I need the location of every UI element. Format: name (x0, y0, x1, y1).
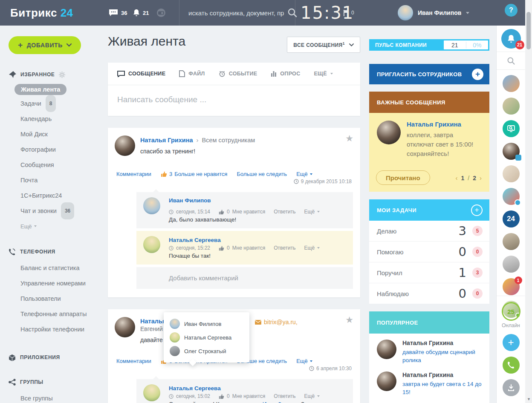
contact-avatar[interactable] (503, 233, 520, 250)
notifications-button[interactable]: 21 (501, 29, 521, 49)
sidebar-item-1c-bitrix24[interactable]: 1С+Битрикс24 (0, 188, 102, 203)
more-link[interactable]: Ещё (296, 358, 312, 364)
sidebar-item-users[interactable]: Пользователи (0, 291, 102, 306)
sidebar-item-live-feed[interactable]: Живая лента (14, 84, 66, 95)
task-row-doing[interactable]: Делаю 3 5 (369, 221, 489, 242)
download-app-button[interactable] (503, 379, 520, 396)
sidebar-item-telephony-settings[interactable]: Настройки телефонии (0, 322, 102, 337)
sidebar-item-phone-devices[interactable]: Телефонные аппараты (0, 306, 102, 322)
compose-message-input[interactable]: Написать сообщение ... (108, 85, 360, 116)
add-button[interactable]: + ДОБАВИТЬ (9, 36, 81, 54)
sidebar-item-balance-stats[interactable]: Баланс и статистика (0, 260, 102, 276)
add-comment[interactable]: Добавить комментарий (136, 267, 353, 289)
gear-icon[interactable] (59, 72, 65, 78)
sidebar-item-tasks[interactable]: Задачи8 (0, 96, 102, 111)
bitrix24-logo[interactable]: Битрикс 24 (10, 0, 73, 26)
popular-item[interactable]: Наталья Грихина давайте обсудим сценарий… (377, 340, 482, 365)
comment-like-link[interactable]: Мне нравится (232, 393, 266, 399)
new-chat-button[interactable]: + (503, 334, 520, 351)
mention-popup-item[interactable]: Олег Строкатый (170, 344, 243, 358)
contact-avatar[interactable] (503, 143, 520, 160)
comment-reply-link[interactable]: Ответить (274, 393, 295, 399)
task-row-helping[interactable]: Помогаю 0 0 (369, 242, 489, 262)
avatar[interactable] (143, 236, 160, 253)
flag-counter[interactable]: 0 (344, 0, 354, 26)
help-button[interactable]: ? (505, 4, 518, 17)
tab-poll[interactable]: ОПРОС (271, 71, 300, 77)
comments-link[interactable]: Комментарии (116, 358, 151, 364)
avatar[interactable] (143, 197, 160, 214)
search-input[interactable] (188, 9, 284, 17)
avatar[interactable] (115, 317, 135, 337)
like-link[interactable]: 3 Больше не нравится (161, 171, 228, 177)
scrollbar-thumb[interactable] (526, 12, 531, 49)
contact-avatar[interactable] (503, 256, 520, 273)
search-icon[interactable] (287, 8, 298, 18)
topbar-search[interactable] (188, 0, 298, 26)
user-menu[interactable]: Иван Филипов (398, 0, 469, 26)
sidebar-more-link[interactable]: Ещё (0, 221, 102, 231)
avatar[interactable] (143, 384, 160, 401)
screen-search-button[interactable] (503, 120, 520, 137)
contact-avatar[interactable] (503, 165, 520, 182)
unfollow-link[interactable]: Больше не следить (237, 171, 287, 177)
comment-like-link[interactable]: Мне нравится (232, 245, 266, 251)
sidebar-item-messages[interactable]: Сообщения (0, 157, 102, 173)
mention-link[interactable]: Иван Филипов (263, 401, 301, 403)
contact-avatar[interactable] (503, 98, 520, 115)
mention-popup-item[interactable]: Наталья Сергеева (170, 331, 243, 344)
mention-popup-item[interactable]: Иван Филипов (170, 317, 243, 331)
comment-more-link[interactable]: Ещё (304, 245, 315, 251)
avatar[interactable] (115, 135, 135, 156)
comment-reply-link[interactable]: Ответить (274, 209, 295, 215)
topbar-webcam-button[interactable] (156, 0, 167, 26)
bitrix24-channel-avatar[interactable]: 24 (503, 210, 520, 227)
call-button[interactable] (503, 357, 520, 374)
prev-page-arrow[interactable]: ‹ (456, 174, 458, 181)
popular-item[interactable]: Наталья Грихина завтра не будет света с … (377, 371, 482, 397)
scrollbar-down-arrow[interactable]: ▼ (527, 397, 531, 401)
comment-author-link[interactable]: Наталья Сергеева (169, 385, 221, 391)
sidebar-item-my-disk[interactable]: Мой Диск (0, 127, 102, 142)
company-pulse-widget[interactable]: ПУЛЬС КОМПАНИИ 21 0% (369, 39, 489, 51)
post-author-link[interactable]: Наталья Грихина (140, 137, 193, 144)
feed-filter-button[interactable]: ВСЕ СООБЩЕНИЯ1 (287, 37, 360, 53)
invite-employees-button[interactable]: ПРИГЛАСИТЬ СОТРУДНИКОВ + (369, 64, 489, 84)
more-link[interactable]: Ещё (296, 171, 312, 177)
mark-read-button[interactable]: Прочитано (376, 170, 430, 185)
messenger-search-button[interactable] (497, 52, 525, 70)
comment-reply-link[interactable]: Ответить (274, 245, 295, 251)
tab-more[interactable]: ЕЩЁ (314, 71, 332, 77)
contact-avatar[interactable] (503, 75, 520, 92)
task-row-watching[interactable]: Наблюдаю 0 0 (369, 283, 489, 304)
topbar-chat-counter[interactable]: 36 (109, 0, 127, 26)
sidebar-item-number-management[interactable]: Управление номерами (0, 276, 102, 291)
sidebar-item-all-groups[interactable]: Все группы (0, 391, 102, 403)
sidebar-item-mail[interactable]: Почта (0, 173, 102, 188)
comment-more-link[interactable]: Ещё (304, 393, 315, 399)
tab-file[interactable]: ФАЙЛ (179, 70, 205, 77)
add-task-button[interactable]: + (471, 204, 483, 216)
sidebar-item-photos[interactable]: Фотографии (0, 142, 102, 157)
online-users-button[interactable]: 25 Онлайн (502, 302, 520, 328)
avatar[interactable] (377, 121, 401, 144)
contact-avatar[interactable] (503, 188, 520, 205)
tab-message[interactable]: СООБЩЕНИЕ (117, 71, 165, 77)
important-author-link[interactable]: Наталья Грихина (407, 121, 482, 128)
sidebar-item-chat-calls[interactable]: Чат и звонки36 (0, 203, 102, 219)
sidebar-item-calendar[interactable]: Календарь (0, 111, 102, 127)
task-row-delegated[interactable]: Поручил 1 3 (369, 262, 489, 283)
comment-author-link[interactable]: Наталья Сергеева (169, 237, 221, 243)
comments-link[interactable]: Комментарии (116, 171, 151, 177)
comment-like-link[interactable]: Мне нравится (232, 209, 266, 215)
next-page-arrow[interactable]: › (480, 174, 482, 181)
page-scrollbar[interactable]: ▼ (525, 0, 532, 403)
email-recipient-link[interactable]: bitrix@ya.ru, (255, 319, 298, 325)
topbar-notifications-counter[interactable]: 21 (133, 0, 149, 26)
tab-event[interactable]: СОБЫТИЕ (219, 70, 257, 77)
contact-avatar[interactable]: 1 (503, 278, 520, 295)
comment-more-link[interactable]: Ещё (304, 209, 315, 215)
add-comment-input[interactable]: Добавить комментарий (169, 274, 346, 282)
post-author-link[interactable]: Наталья (140, 318, 166, 325)
section-applications[interactable]: ПРИЛОЖЕНИЯ (0, 353, 102, 362)
